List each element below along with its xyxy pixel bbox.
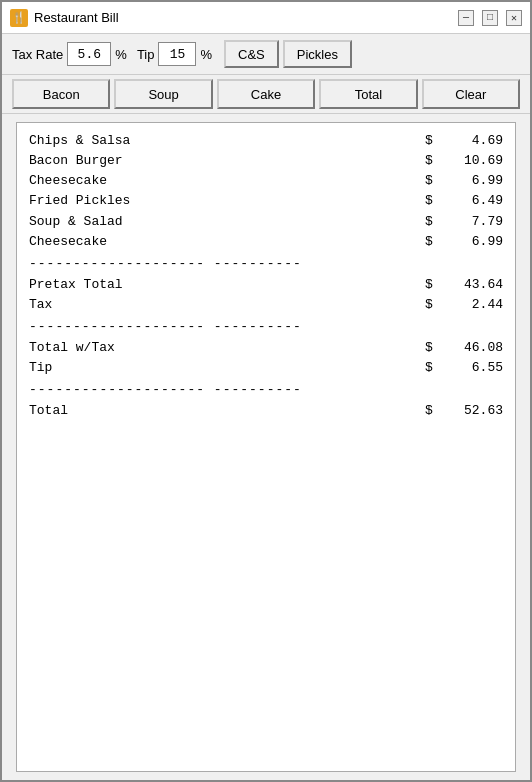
total-with-tax-label: Total w/Tax xyxy=(29,338,425,358)
tax-amount: 2.44 xyxy=(443,295,503,315)
tax-percent-label: % xyxy=(115,47,127,62)
item-name-3: Cheesecake xyxy=(29,171,425,191)
tip-percent-label: % xyxy=(200,47,212,62)
tax-rate-input[interactable] xyxy=(67,42,111,66)
divider-2: -------------------- ---------- xyxy=(29,319,503,334)
pickles-button[interactable]: Pickles xyxy=(283,40,352,68)
table-row: Bacon Burger $ 10.69 xyxy=(29,151,503,171)
main-window: 🍴 Restaurant Bill — □ ✕ Tax Rate % Tip %… xyxy=(0,0,532,782)
total-row: Total $ 52.63 xyxy=(29,401,503,421)
tax-rate-label: Tax Rate xyxy=(12,47,63,62)
table-row: Chips & Salsa $ 4.69 xyxy=(29,131,503,151)
total-amount: 52.63 xyxy=(443,401,503,421)
total-dollar: $ xyxy=(425,401,443,421)
button-row: Bacon Soup Cake Total Clear xyxy=(2,75,530,114)
tax-row: Tax $ 2.44 xyxy=(29,295,503,315)
toolbar-row: Tax Rate % Tip % C&S Pickles xyxy=(2,34,530,75)
pretax-row: Pretax Total $ 43.64 xyxy=(29,275,503,295)
tip-dollar: $ xyxy=(425,358,443,378)
amount-1: 4.69 xyxy=(443,131,503,151)
dollar-4: $ xyxy=(425,191,443,211)
item-name-6: Cheesecake xyxy=(29,232,425,252)
tip-amount: 6.55 xyxy=(443,358,503,378)
total-label: Total xyxy=(29,401,425,421)
item-name-5: Soup & Salad xyxy=(29,212,425,232)
maximize-button[interactable]: □ xyxy=(482,10,498,26)
amount-2: 10.69 xyxy=(443,151,503,171)
dollar-6: $ xyxy=(425,232,443,252)
receipt-area: Chips & Salsa $ 4.69 Bacon Burger $ 10.6… xyxy=(16,122,516,772)
pretax-dollar: $ xyxy=(425,275,443,295)
tax-dollar: $ xyxy=(425,295,443,315)
item-name-2: Bacon Burger xyxy=(29,151,425,171)
window-title: Restaurant Bill xyxy=(34,10,119,25)
tip-label: Tip xyxy=(137,47,155,62)
dollar-3: $ xyxy=(425,171,443,191)
item-name-1: Chips & Salsa xyxy=(29,131,425,151)
title-bar: 🍴 Restaurant Bill — □ ✕ xyxy=(2,2,530,34)
amount-5: 7.79 xyxy=(443,212,503,232)
total-with-tax-row: Total w/Tax $ 46.08 xyxy=(29,338,503,358)
dollar-2: $ xyxy=(425,151,443,171)
title-bar-buttons: — □ ✕ xyxy=(458,10,522,26)
amount-6: 6.99 xyxy=(443,232,503,252)
tip-label: Tip xyxy=(29,358,425,378)
cake-button[interactable]: Cake xyxy=(217,79,315,109)
bacon-button[interactable]: Bacon xyxy=(12,79,110,109)
clear-button[interactable]: Clear xyxy=(422,79,520,109)
soup-button[interactable]: Soup xyxy=(114,79,212,109)
tax-label: Tax xyxy=(29,295,425,315)
table-row: Cheesecake $ 6.99 xyxy=(29,232,503,252)
divider-1: -------------------- ---------- xyxy=(29,256,503,271)
table-row: Cheesecake $ 6.99 xyxy=(29,171,503,191)
app-icon: 🍴 xyxy=(10,9,28,27)
pretax-label: Pretax Total xyxy=(29,275,425,295)
divider-3: -------------------- ---------- xyxy=(29,382,503,397)
cs-button[interactable]: C&S xyxy=(224,40,279,68)
total-button[interactable]: Total xyxy=(319,79,417,109)
title-bar-left: 🍴 Restaurant Bill xyxy=(10,9,119,27)
table-row: Fried Pickles $ 6.49 xyxy=(29,191,503,211)
amount-4: 6.49 xyxy=(443,191,503,211)
tip-input[interactable] xyxy=(158,42,196,66)
dollar-5: $ xyxy=(425,212,443,232)
pretax-amount: 43.64 xyxy=(443,275,503,295)
item-name-4: Fried Pickles xyxy=(29,191,425,211)
tip-row: Tip $ 6.55 xyxy=(29,358,503,378)
table-row: Soup & Salad $ 7.79 xyxy=(29,212,503,232)
total-with-tax-amount: 46.08 xyxy=(443,338,503,358)
amount-3: 6.99 xyxy=(443,171,503,191)
total-with-tax-dollar: $ xyxy=(425,338,443,358)
close-button[interactable]: ✕ xyxy=(506,10,522,26)
dollar-1: $ xyxy=(425,131,443,151)
minimize-button[interactable]: — xyxy=(458,10,474,26)
